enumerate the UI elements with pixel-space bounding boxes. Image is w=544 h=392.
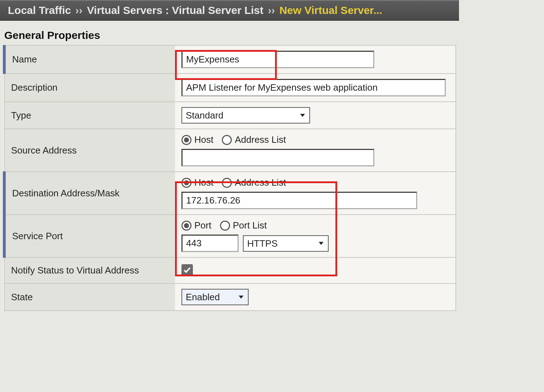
type-select[interactable]: Standard bbox=[181, 107, 310, 124]
row-state: State Enabled bbox=[4, 283, 456, 311]
dest-addresslist-radio-label: Address List bbox=[235, 177, 286, 188]
label-notify-status: Notify Status to Virtual Address bbox=[4, 257, 175, 283]
row-description: Description bbox=[4, 74, 456, 102]
dest-host-radio[interactable] bbox=[181, 178, 191, 188]
label-source-address: Source Address bbox=[4, 129, 175, 172]
name-input[interactable] bbox=[181, 51, 374, 68]
portlist-radio-label: Port List bbox=[233, 220, 267, 231]
source-host-radio[interactable] bbox=[181, 135, 191, 145]
dest-host-radio-label: Host bbox=[194, 177, 213, 188]
row-notify-status: Notify Status to Virtual Address bbox=[4, 257, 456, 283]
row-destination-address: Destination Address/Mask Host Address Li… bbox=[4, 172, 456, 215]
breadcrumb-mid[interactable]: Virtual Servers : Virtual Server List bbox=[87, 4, 263, 16]
breadcrumb-root[interactable]: Local Traffic bbox=[8, 4, 71, 16]
service-port-protocol-select[interactable]: HTTPS bbox=[243, 235, 329, 252]
source-address-input[interactable] bbox=[181, 149, 374, 166]
breadcrumb: Local Traffic ›› Virtual Servers : Virtu… bbox=[0, 0, 459, 21]
state-select[interactable]: Enabled bbox=[181, 289, 249, 305]
label-description: Description bbox=[4, 74, 175, 102]
label-state: State bbox=[4, 283, 175, 311]
source-addresslist-radio[interactable] bbox=[222, 135, 232, 145]
dest-addresslist-radio[interactable] bbox=[222, 178, 232, 188]
source-host-radio-label: Host bbox=[194, 134, 213, 145]
breadcrumb-sep-icon: ›› bbox=[75, 4, 83, 16]
check-icon bbox=[183, 266, 191, 274]
port-radio-label: Port bbox=[194, 220, 211, 231]
section-title: General Properties bbox=[4, 29, 456, 41]
label-destination-address: Destination Address/Mask bbox=[4, 172, 175, 215]
destination-address-input[interactable] bbox=[181, 192, 417, 209]
breadcrumb-sep-icon: ›› bbox=[268, 4, 275, 16]
label-service-port: Service Port bbox=[4, 215, 175, 257]
breadcrumb-current: New Virtual Server... bbox=[279, 4, 382, 16]
row-type: Type Standard bbox=[4, 102, 456, 129]
label-name: Name bbox=[4, 45, 175, 74]
row-name: Name bbox=[4, 45, 456, 74]
row-service-port: Service Port Port Port List bbox=[4, 215, 456, 257]
port-radio[interactable] bbox=[181, 221, 191, 231]
description-input[interactable] bbox=[181, 79, 446, 96]
service-port-input[interactable] bbox=[181, 235, 239, 252]
label-type: Type bbox=[4, 102, 175, 129]
source-addresslist-radio-label: Address List bbox=[235, 134, 286, 145]
portlist-radio[interactable] bbox=[220, 221, 230, 231]
row-source-address: Source Address Host Address List bbox=[4, 129, 456, 172]
notify-status-checkbox[interactable] bbox=[181, 264, 193, 276]
